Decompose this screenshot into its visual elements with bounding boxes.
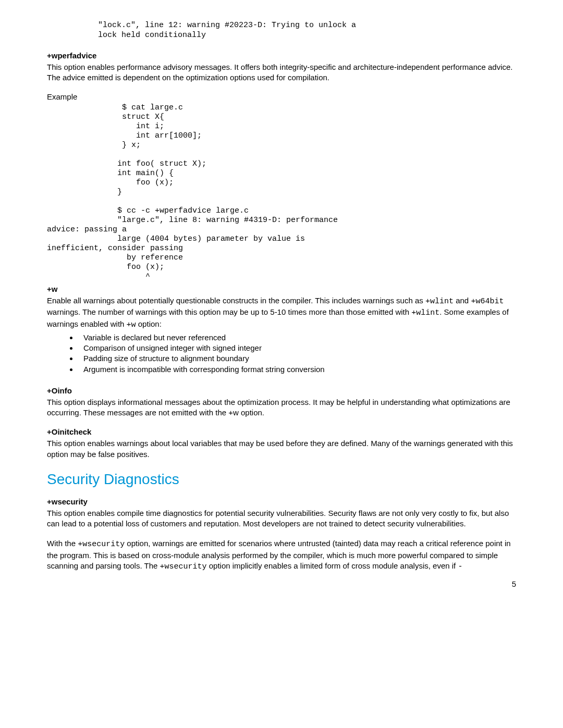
text-span: option: xyxy=(136,319,162,328)
para-w: Enable all warnings about potentially qu… xyxy=(47,295,516,330)
inline-code: - xyxy=(458,562,462,571)
para-wperfadvice: This option enables performance advisory… xyxy=(47,62,516,83)
inline-code: +wsecurity xyxy=(78,540,125,549)
list-item: Comparison of unsigned integer with sign… xyxy=(78,343,516,353)
list-item: Padding size of structure to alignment b… xyxy=(78,353,516,364)
para-wsecurity-2: With the +wsecurity option, warnings are… xyxy=(47,538,516,572)
list-item: Argument is incompatible with correspond… xyxy=(78,364,516,375)
heading-w: +w xyxy=(47,285,516,293)
text-span: warnings. The number of warnings with th… xyxy=(47,307,411,316)
list-item: Variable is declared but never reference… xyxy=(78,332,516,343)
document-page: "lock.c", line 12: warning #20223-D: Try… xyxy=(0,0,563,604)
text-span: With the xyxy=(47,539,78,548)
inline-code: +wlint xyxy=(425,297,454,306)
heading-wperfadvice: +wperfadvice xyxy=(47,51,516,60)
h1-security-diagnostics: Security Diagnostics xyxy=(47,471,516,488)
example-label: Example xyxy=(47,92,516,101)
inline-code: +wlint xyxy=(411,309,439,317)
text-span: option implicitly enables a limited form… xyxy=(207,561,458,570)
code-block-lock-warning: "lock.c", line 12: warning #20223-D: Try… xyxy=(98,21,516,41)
inline-code: +wsecurity xyxy=(160,562,207,571)
inline-code: +w64bit xyxy=(471,297,504,306)
heading-oinitcheck: +Oinitcheck xyxy=(47,427,516,436)
para-oinfo: This option displays informational messa… xyxy=(47,397,516,418)
page-number: 5 xyxy=(47,579,516,588)
text-span: and xyxy=(454,296,471,305)
heading-oinfo: +Oinfo xyxy=(47,386,516,395)
para-oinitcheck: This option enables warnings about local… xyxy=(47,438,516,460)
para-wsecurity-1: This option enables compile time diagnos… xyxy=(47,508,516,529)
text-span: Enable all warnings about potentially qu… xyxy=(47,296,425,305)
heading-wsecurity: +wsecurity xyxy=(47,497,516,506)
bullet-list-w: Variable is declared but never reference… xyxy=(47,332,516,375)
code-block-wperfadvice-example: $ cat large.c struct X{ int i; int arr[1… xyxy=(47,103,516,281)
inline-code: +w xyxy=(127,320,136,329)
